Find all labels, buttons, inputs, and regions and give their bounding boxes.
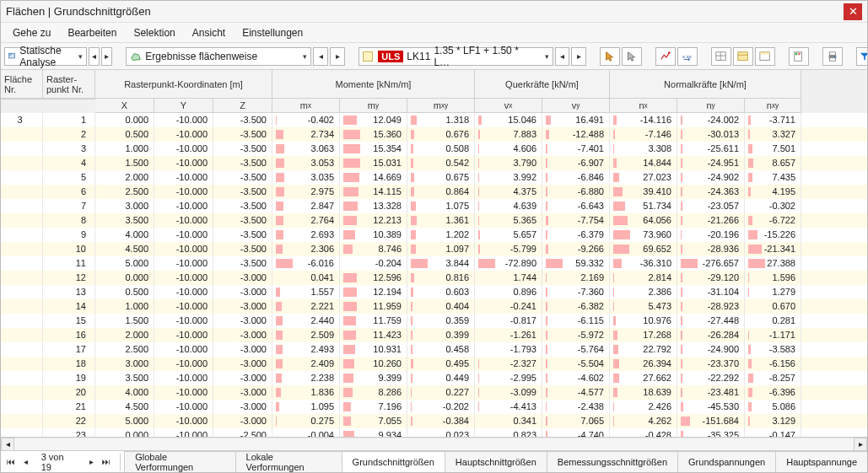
table-row[interactable]: 52.000-10.000-3.5003.03514.6690.6753.992… bbox=[1, 170, 867, 185]
colgroup-momente[interactable]: Momente [kNm/m] bbox=[272, 70, 475, 99]
scroll-left-button[interactable]: ◂ bbox=[1, 438, 14, 451]
table-layout-a-button[interactable] bbox=[711, 47, 731, 66]
col-ny[interactable]: ny bbox=[677, 99, 745, 113]
horizontal-scrollbar[interactable]: ◂ ▸ bbox=[1, 437, 867, 450]
cell-x: 1.500 bbox=[95, 156, 154, 170]
results-mode-dropdown[interactable]: Ergebnisse flächenweise ▾ bbox=[126, 47, 311, 66]
cell-x: 0.000 bbox=[95, 113, 154, 127]
decimals-button[interactable]: x.xx bbox=[677, 47, 698, 66]
cell-mx: 3.063 bbox=[272, 142, 340, 156]
scroll-track[interactable] bbox=[14, 438, 854, 451]
combo-next-button[interactable]: ▸ bbox=[571, 47, 586, 66]
cell-flaeche-nr bbox=[1, 328, 43, 342]
results-prev-button[interactable]: ◂ bbox=[313, 47, 328, 66]
menu-selection[interactable]: Selektion bbox=[125, 24, 183, 41]
col-vy[interactable]: vy bbox=[542, 99, 610, 113]
table-row[interactable]: 172.500-10.000-3.0002.49310.9310.458-1.7… bbox=[1, 342, 867, 357]
menu-edit[interactable]: Bearbeiten bbox=[59, 24, 125, 41]
col-nx[interactable]: nx bbox=[610, 99, 677, 113]
export-button[interactable] bbox=[789, 47, 809, 66]
data-grid: Fläche Nr. Raster- punkt Nr. Rasterpunkt… bbox=[1, 70, 867, 437]
table-row[interactable]: 73.000-10.000-3.5002.84713.3281.0754.639… bbox=[1, 199, 867, 213]
col-flaeche-nr[interactable]: Fläche Nr. bbox=[1, 70, 43, 99]
table-row[interactable]: 141.000-10.000-3.0002.22111.9590.404-0.2… bbox=[1, 299, 867, 314]
cell-x: 4.500 bbox=[95, 400, 154, 414]
cell-y: -10.000 bbox=[154, 127, 213, 142]
table-row[interactable]: 83.500-10.000-3.5002.76412.2131.3615.365… bbox=[1, 213, 867, 228]
table-row[interactable]: 151.500-10.000-3.0002.44011.7590.359-0.8… bbox=[1, 314, 867, 328]
analysis-mode-dropdown[interactable]: Statische Analyse ▾ bbox=[4, 47, 87, 66]
combo-prev-button[interactable]: ◂ bbox=[555, 47, 570, 66]
col-my[interactable]: my bbox=[340, 99, 407, 113]
menu-goto[interactable]: Gehe zu bbox=[4, 24, 59, 41]
nav-last-button[interactable]: ⏭ bbox=[100, 454, 113, 470]
filter-button[interactable]: ▾ bbox=[856, 47, 868, 66]
col-y[interactable]: Y bbox=[154, 99, 213, 113]
table-row[interactable]: 193.500-10.000-3.0002.2389.3990.449-2.99… bbox=[1, 371, 867, 385]
table-layout-b-button[interactable] bbox=[733, 47, 753, 66]
table-row[interactable]: 162.000-10.000-3.0002.50911.4230.399-1.2… bbox=[1, 328, 867, 342]
table-row[interactable]: 104.500-10.000-3.5002.3068.7461.097-5.79… bbox=[1, 242, 867, 256]
table-row[interactable]: 204.000-10.000-3.0001.8368.2860.227-3.09… bbox=[1, 385, 867, 400]
print-button[interactable] bbox=[822, 47, 843, 66]
pick-tool-button[interactable] bbox=[622, 47, 642, 66]
table-row[interactable]: 130.500-10.000-3.0001.55712.1940.6030.89… bbox=[1, 285, 867, 299]
nav-first-button[interactable]: ⏮ bbox=[4, 454, 18, 470]
tab-lokale-verformungen[interactable]: Lokale Verformungen bbox=[235, 451, 342, 472]
tab-bemessungsschnittgrößen[interactable]: Bemessungsschnittgrößen bbox=[547, 451, 678, 472]
colgroup-querkraefte[interactable]: Querkräfte [kN/m] bbox=[475, 70, 610, 99]
cell-nx: 26.394 bbox=[610, 357, 677, 371]
cell-mx: 2.847 bbox=[272, 199, 340, 213]
table-row[interactable]: 94.000-10.000-3.5002.69310.3891.2025.657… bbox=[1, 228, 867, 242]
table-row[interactable]: 225.000-10.000-3.0000.2757.055-0.3840.34… bbox=[1, 414, 867, 428]
table-row[interactable]: 214.500-10.000-3.0001.0957.196-0.202-4.4… bbox=[1, 400, 867, 414]
col-x[interactable]: X bbox=[95, 99, 154, 113]
colgroup-raster[interactable]: Rasterpunkt-Koordinaten [m] bbox=[95, 70, 272, 99]
tab-grundschnittgrößen[interactable]: Grundschnittgrößen bbox=[342, 451, 445, 472]
table-row[interactable]: 310.000-10.000-3.500-0.40212.0491.31815.… bbox=[1, 113, 867, 127]
cell-x: 2.500 bbox=[95, 342, 154, 357]
table-row[interactable]: 230.000-10.000-2.500-0.0049.9340.0230.82… bbox=[1, 428, 867, 437]
cell-vx: 5.365 bbox=[475, 213, 542, 228]
cell-mx: 2.221 bbox=[272, 299, 340, 314]
col-nxy[interactable]: nxy bbox=[745, 99, 801, 113]
cell-mx: 0.041 bbox=[272, 271, 340, 285]
col-z[interactable]: Z bbox=[213, 99, 272, 113]
grid-body[interactable]: 310.000-10.000-3.500-0.40212.0491.31815.… bbox=[1, 113, 867, 437]
menu-settings[interactable]: Einstellungen bbox=[234, 24, 311, 41]
select-tool-button[interactable] bbox=[600, 47, 620, 66]
nav-prev-button[interactable]: ◂ bbox=[19, 454, 33, 470]
table-row[interactable]: 31.000-10.000-3.5003.06315.3540.5084.606… bbox=[1, 142, 867, 156]
table-row[interactable]: 120.000-10.000-3.0000.04112.5960.8161.74… bbox=[1, 271, 867, 285]
cell-nx: 14.844 bbox=[610, 156, 677, 170]
tab-hauptschnittgrößen[interactable]: Hauptschnittgrößen bbox=[445, 451, 547, 472]
table-layout-c-button[interactable] bbox=[755, 47, 775, 66]
table-row[interactable]: 41.500-10.000-3.5003.05315.0310.5423.790… bbox=[1, 156, 867, 170]
cell-mx: -0.004 bbox=[272, 428, 340, 437]
cell-raster-nr: 16 bbox=[43, 328, 95, 342]
load-combo-dropdown[interactable]: ULS LK11 1.35 * LF1 + 1.50 * L… ▾ bbox=[359, 47, 553, 66]
col-vx[interactable]: vx bbox=[475, 99, 542, 113]
table-row[interactable]: 183.000-10.000-3.0002.40910.2600.495-2.3… bbox=[1, 357, 867, 371]
svg-rect-2 bbox=[12, 55, 13, 58]
col-mx[interactable]: mx bbox=[272, 99, 340, 113]
tab-grundspannungen[interactable]: Grundspannungen bbox=[677, 451, 776, 472]
col-mxy[interactable]: mxy bbox=[407, 99, 475, 113]
col-raster-nr[interactable]: Raster- punkt Nr. bbox=[43, 70, 95, 99]
menu-view[interactable]: Ansicht bbox=[184, 24, 234, 41]
table-row[interactable]: 115.000-10.000-3.500-6.016-0.2043.844-72… bbox=[1, 256, 867, 271]
colgroup-normalkraefte[interactable]: Normalkräfte [kN/m] bbox=[610, 70, 801, 99]
cell-nx: 5.473 bbox=[610, 299, 677, 314]
tab-globale-verformungen[interactable]: Globale Verformungen bbox=[124, 451, 235, 472]
table-row[interactable]: 20.500-10.000-3.5002.73415.3600.6767.883… bbox=[1, 127, 867, 142]
analysis-next-button[interactable]: ▸ bbox=[101, 47, 112, 66]
analysis-prev-button[interactable]: ◂ bbox=[89, 47, 100, 66]
scroll-right-button[interactable]: ▸ bbox=[854, 438, 867, 451]
close-button[interactable]: ✕ bbox=[844, 3, 862, 20]
tab-hauptspannunge[interactable]: Hauptspannunge bbox=[775, 451, 867, 472]
graphic-view-button[interactable] bbox=[655, 47, 676, 66]
cell-z: -3.500 bbox=[213, 156, 272, 170]
nav-next-button[interactable]: ▸ bbox=[84, 454, 98, 470]
results-next-button[interactable]: ▸ bbox=[330, 47, 345, 66]
table-row[interactable]: 62.500-10.000-3.5002.97514.1150.8644.375… bbox=[1, 185, 867, 199]
